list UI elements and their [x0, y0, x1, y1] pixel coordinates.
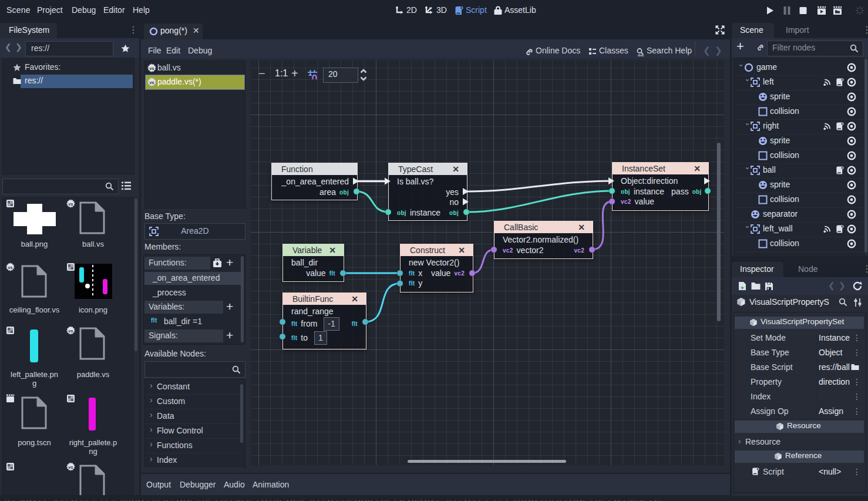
svg-text:doc: doc [638, 53, 644, 56]
